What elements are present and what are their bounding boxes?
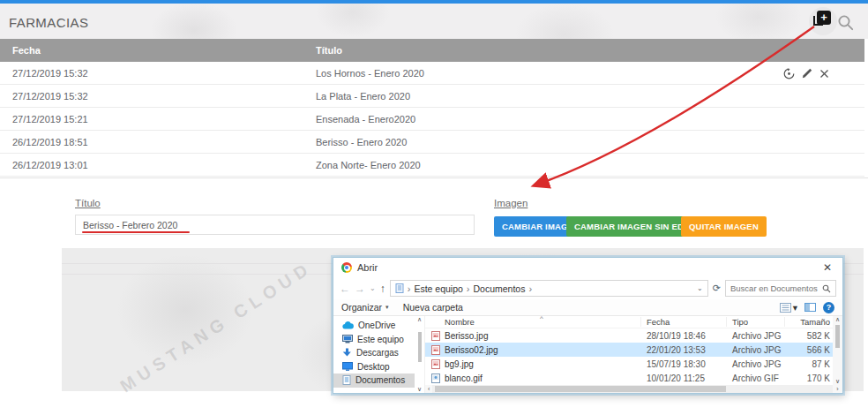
- cell-titulo: Ensenada - Enero2020: [316, 108, 415, 131]
- scroll-right-icon[interactable]: ›: [836, 385, 838, 393]
- scrollbar-track[interactable]: [432, 385, 833, 393]
- file-type: Archivo JPG: [727, 331, 785, 341]
- scroll-up-icon[interactable]: ∧: [417, 316, 422, 323]
- download-arrow-icon: [342, 348, 352, 358]
- page: FARMACIAS + Fecha Título 27/12/2019 15:3…: [0, 0, 868, 415]
- sidebar-scrollbar[interactable]: ∧ ∨: [415, 316, 424, 393]
- file-type: Archivo GIF: [727, 374, 785, 383]
- file-name-cell: blanco.gif: [425, 374, 641, 383]
- scroll-down-icon[interactable]: ∨: [835, 378, 840, 385]
- edit-pencil-icon[interactable]: [802, 68, 812, 79]
- dialog-body: OneDrive Este equipo Descargas: [333, 316, 842, 393]
- close-icon[interactable]: ✕: [820, 261, 834, 274]
- table-header: Fecha Título: [0, 39, 864, 62]
- watermark-text: MUSTANG CLOUD: [116, 258, 316, 397]
- address-dropdown-icon[interactable]: ⌄: [697, 284, 703, 292]
- dialog-search-input[interactable]: [730, 283, 822, 293]
- table-row[interactable]: 27/12/2019 15:21 Ensenada - Enero2020: [0, 108, 864, 131]
- horizontal-scrollbar[interactable]: ‹: [425, 385, 833, 393]
- file-date: 15/07/19 18:30: [641, 359, 727, 369]
- column-tipo[interactable]: Tipo: [727, 317, 785, 327]
- file-size: 582 K: [785, 331, 833, 341]
- column-nombre[interactable]: Nombre: [425, 317, 641, 327]
- file-list: ^ Nombre Fecha Tipo Tamaño Berisso.jpg: [424, 316, 833, 393]
- search-icon: [822, 284, 831, 293]
- file-name-cell: Berisso02.jpg: [425, 345, 641, 355]
- organizar-menu[interactable]: Organizar ▾: [341, 302, 389, 313]
- dialog-nav-row: ← → ⌄ ↑ › Este equipo › Documentos › ⌄ ⟳: [333, 277, 842, 299]
- folder-location-icon: [395, 283, 404, 293]
- sidebar-item-label: OneDrive: [358, 321, 395, 330]
- sidebar-item-este-equipo[interactable]: Este equipo: [333, 333, 415, 347]
- file-date: 28/10/19 18:46: [641, 331, 727, 341]
- cell-fecha: 27/12/2019 15:21: [12, 108, 88, 131]
- history-icon[interactable]: [783, 68, 795, 79]
- column-fecha[interactable]: Fecha: [641, 317, 727, 327]
- scrollbar-thumb[interactable]: [418, 332, 422, 362]
- quitar-imagen-button[interactable]: QUITAR IMAGEN: [681, 216, 767, 237]
- scroll-up-icon[interactable]: ∧: [835, 316, 840, 323]
- sidebar-item-label: Descargas: [356, 348, 399, 358]
- file-size: 566 K: [785, 345, 833, 355]
- dialog-search-box[interactable]: [725, 280, 836, 297]
- search-icon: [837, 14, 855, 32]
- imagen-field-label: Imagen: [494, 198, 528, 208]
- column-tamano[interactable]: Tamaño: [785, 317, 833, 327]
- preview-pane-icon[interactable]: [804, 303, 816, 312]
- list-view-icon: [780, 303, 791, 313]
- sidebar-item-onedrive[interactable]: OneDrive: [333, 319, 415, 333]
- sidebar-item-descargas[interactable]: Descargas: [333, 346, 415, 360]
- row-actions: [783, 62, 829, 85]
- file-row[interactable]: bg9.jpg 15/07/19 18:30 Archivo JPG 87 K: [425, 357, 833, 371]
- titulo-field-label: Título: [75, 198, 101, 208]
- desktop-icon: [342, 362, 353, 371]
- table-row[interactable]: 26/12/2019 13:01 Zona Norte- Enero 2020: [0, 154, 864, 177]
- address-bar[interactable]: › Este equipo › Documentos › ⌄: [390, 280, 708, 297]
- table-row[interactable]: 26/12/2019 18:51 Berisso - Enero 2020: [0, 131, 864, 154]
- file-name: blanco.gif: [445, 374, 483, 383]
- delete-x-icon[interactable]: [819, 69, 829, 79]
- file-row[interactable]: blanco.gif 10/01/20 11:25 Archivo GIF 17…: [425, 371, 833, 385]
- sidebar-item-documentos[interactable]: Documentos: [333, 374, 415, 388]
- scroll-left-icon[interactable]: ‹: [425, 386, 432, 392]
- onedrive-cloud-icon: [342, 321, 354, 329]
- open-file-dialog: Abrir ✕ ← → ⌄ ↑ › Este equipo › Document…: [333, 257, 843, 394]
- refresh-icon[interactable]: ⟳: [713, 283, 721, 294]
- dialog-titlebar[interactable]: Abrir ✕: [333, 258, 842, 277]
- table-row[interactable]: 27/12/2019 15:32 Los Hornos - Enero 2020: [0, 62, 864, 85]
- add-record-button[interactable]: +: [809, 7, 837, 35]
- breadcrumb-separator: ›: [467, 283, 470, 294]
- nav-history-chevron-icon[interactable]: ⌄: [370, 284, 376, 292]
- nueva-carpeta-button[interactable]: Nueva carpeta: [403, 302, 463, 313]
- breadcrumb-documentos[interactable]: Documentos: [474, 283, 526, 294]
- up-icon[interactable]: ↑: [380, 283, 385, 294]
- breadcrumb-separator: ›: [408, 283, 411, 294]
- view-options-button[interactable]: ▾: [780, 302, 797, 313]
- file-row[interactable]: Berisso.jpg 28/10/19 18:46 Archivo JPG 5…: [425, 328, 833, 343]
- help-icon[interactable]: ?: [823, 302, 834, 313]
- forward-icon[interactable]: →: [355, 283, 365, 294]
- toolbar-right-icons: ▾ ?: [780, 302, 834, 313]
- scroll-down-icon[interactable]: ∨: [417, 386, 422, 393]
- sidebar-item-desktop[interactable]: Desktop: [333, 360, 415, 374]
- scrollbar-thumb[interactable]: [835, 325, 840, 348]
- cell-titulo: Los Hornos - Enero 2020: [316, 62, 424, 85]
- scrollbar-thumb[interactable]: [435, 386, 726, 392]
- table-row[interactable]: 27/12/2019 15:32 La Plata - Enero 2020: [0, 85, 864, 108]
- dialog-toolbar: Organizar ▾ Nueva carpeta ▾ ?: [333, 299, 842, 316]
- sidebar-item-label: Desktop: [357, 362, 390, 372]
- sidebar-item-label: Documentos: [355, 375, 405, 385]
- cell-fecha: 27/12/2019 15:32: [12, 62, 88, 85]
- cell-titulo: La Plata - Enero 2020: [316, 85, 410, 108]
- jpg-file-icon: [431, 345, 440, 355]
- chevron-down-icon: ▾: [385, 304, 389, 311]
- breadcrumb-este-equipo[interactable]: Este equipo: [414, 283, 462, 294]
- back-icon[interactable]: ←: [340, 283, 350, 294]
- gif-file-icon: [431, 374, 440, 383]
- search-button[interactable]: [837, 14, 855, 32]
- table-body: 27/12/2019 15:32 Los Hornos - Enero 2020…: [0, 62, 864, 177]
- vertical-scrollbar[interactable]: ∧ ∨ ›: [833, 316, 842, 393]
- dialog-title: Abrir: [357, 262, 378, 273]
- document-icon: [342, 375, 351, 385]
- file-row-selected[interactable]: Berisso02.jpg 22/01/20 13:53 Archivo JPG…: [425, 343, 833, 357]
